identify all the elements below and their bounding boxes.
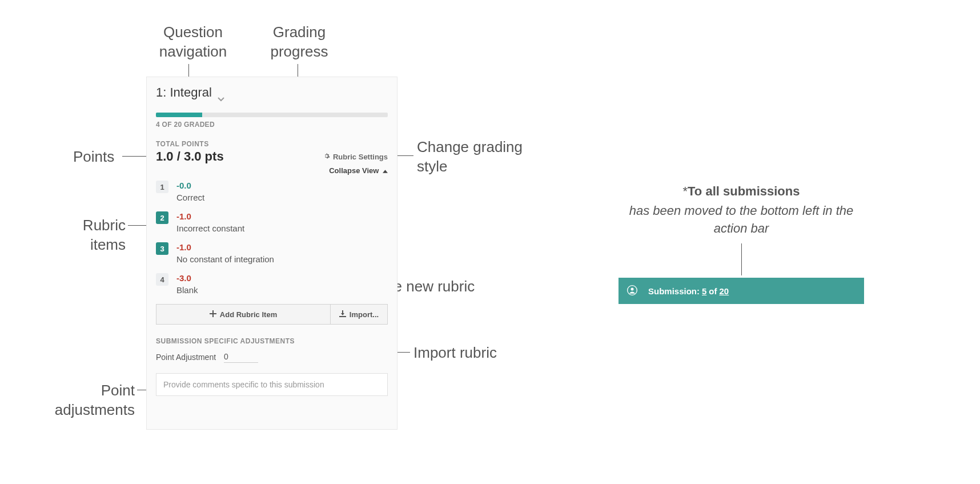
- annotation-rubric-items: Rubric items: [63, 216, 126, 255]
- ssa-heading: SUBMISSION SPECIFIC ADJUSTMENTS: [156, 337, 388, 345]
- rubric-item-number: 2: [156, 211, 168, 224]
- rubric-item-description: No constant of integration: [176, 254, 274, 264]
- note-to-all-submissions: *To all submissions has been moved to th…: [618, 184, 864, 238]
- annotation-line: [188, 64, 189, 77]
- rubric-item-body: -1.0No constant of integration: [176, 242, 274, 264]
- annotation-grading-progress: Grading progress: [254, 23, 345, 62]
- rubric-item[interactable]: 3-1.0No constant of integration: [156, 242, 388, 264]
- rubric-item-body: -3.0Blank: [176, 273, 198, 295]
- progress-text: 4 OF 20 GRADED: [156, 121, 388, 129]
- annotation-import-rubric: Import rubric: [413, 343, 497, 363]
- collapse-view-toggle[interactable]: Collapse View: [156, 166, 388, 175]
- import-rubric-button[interactable]: Import...: [331, 304, 388, 325]
- gear-icon: [323, 153, 330, 161]
- question-nav-dropdown[interactable]: 1: Integral: [156, 85, 388, 100]
- download-icon: [339, 310, 346, 319]
- annotation-line: [395, 155, 413, 156]
- svg-point-1: [631, 287, 634, 290]
- chevron-down-icon: [218, 90, 224, 95]
- annotation-line: [741, 243, 742, 275]
- rubric-item-description: Blank: [176, 285, 198, 295]
- rubric-settings-button[interactable]: Rubric Settings: [323, 153, 388, 161]
- rubric-item[interactable]: 1-0.0Correct: [156, 181, 388, 202]
- progress-bar: [156, 113, 388, 117]
- plus-icon: [210, 310, 216, 319]
- rubric-item-body: -1.0Incorrect constant: [176, 211, 244, 233]
- rubric-item-body: -0.0Correct: [176, 181, 204, 202]
- rubric-item-description: Incorrect constant: [176, 223, 244, 233]
- rubric-item-points: -1.0: [176, 211, 244, 221]
- annotation-points: Points: [73, 147, 114, 167]
- caret-up-icon: [383, 166, 388, 175]
- rubric-item[interactable]: 2-1.0Incorrect constant: [156, 211, 388, 233]
- rubric-item-number: 3: [156, 242, 168, 255]
- annotation-change-grading-style: Change grading style: [417, 138, 543, 177]
- submission-counter[interactable]: Submission: 5 of 20: [648, 286, 729, 296]
- rubric-item-points: -1.0: [176, 242, 274, 252]
- total-points-label: TOTAL POINTS: [156, 140, 388, 148]
- person-circle-icon[interactable]: [626, 285, 638, 298]
- rubric-item-list: 1-0.0Correct2-1.0Incorrect constant3-1.0…: [156, 181, 388, 295]
- rubric-item-points: -3.0: [176, 273, 198, 283]
- action-bar: Submission: 5 of 20: [618, 278, 864, 304]
- rubric-settings-label: Rubric Settings: [333, 153, 388, 161]
- submission-comment-input[interactable]: Provide comments specific to this submis…: [156, 373, 388, 396]
- question-label: 1: Integral: [156, 85, 212, 100]
- grading-panel: 1: Integral 4 OF 20 GRADED TOTAL POINTS …: [146, 77, 397, 430]
- annotation-question-navigation: Question navigation: [142, 23, 244, 62]
- rubric-item-description: Correct: [176, 193, 204, 202]
- add-rubric-item-button[interactable]: Add Rubric Item: [156, 304, 331, 325]
- progress-fill: [156, 113, 202, 117]
- point-adjustment-label: Point Adjustment: [156, 353, 216, 362]
- points-value: 1.0 / 3.0 pts: [156, 149, 224, 164]
- rubric-item-number: 4: [156, 273, 168, 286]
- rubric-item[interactable]: 4-3.0Blank: [156, 273, 388, 295]
- rubric-item-points: -0.0: [176, 181, 204, 190]
- rubric-item-number: 1: [156, 181, 168, 193]
- point-adjustment-input[interactable]: [224, 351, 258, 363]
- annotation-point-adjustments: Point adjustments: [32, 381, 135, 420]
